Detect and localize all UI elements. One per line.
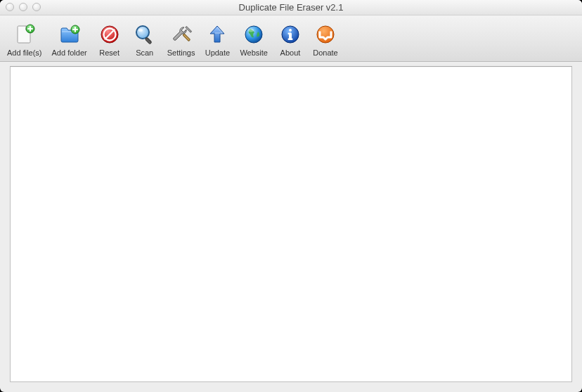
svg-point-8 [138, 29, 143, 32]
svg-rect-9 [145, 37, 152, 44]
about-button[interactable]: About [273, 22, 307, 58]
settings-button[interactable]: Settings [163, 22, 200, 58]
donate-button[interactable]: Donate [309, 22, 342, 58]
window-controls [6, 3, 41, 11]
svg-rect-17 [287, 33, 291, 35]
titlebar: Duplicate File Eraser v2.1 [0, 0, 582, 15]
toolbar: Add file(s) [0, 15, 582, 62]
svg-point-12 [245, 26, 262, 43]
scan-label: Scan [136, 48, 153, 57]
window-title: Duplicate File Eraser v2.1 [239, 2, 344, 13]
add-folder-icon [58, 23, 81, 46]
about-label: About [280, 48, 301, 57]
add-folder-button[interactable]: Add folder [48, 22, 91, 58]
results-list[interactable] [10, 66, 572, 382]
website-label: Website [240, 48, 268, 57]
update-button[interactable]: Update [200, 22, 234, 58]
website-icon [242, 23, 265, 46]
minimize-window-button[interactable] [19, 3, 27, 11]
update-label: Update [205, 48, 230, 57]
svg-point-13 [248, 29, 254, 32]
add-folder-label: Add folder [52, 48, 87, 57]
reset-button[interactable]: Reset [93, 22, 127, 58]
settings-label: Settings [167, 48, 195, 57]
svg-point-15 [289, 29, 292, 32]
about-icon [279, 23, 302, 46]
scan-button[interactable]: Scan [128, 22, 162, 58]
reset-label: Reset [99, 48, 119, 57]
website-button[interactable]: Website [235, 22, 272, 58]
scan-icon [134, 23, 156, 46]
svg-rect-10 [183, 34, 190, 41]
reset-icon [98, 23, 121, 46]
donate-icon [314, 23, 337, 46]
update-icon [206, 23, 228, 46]
add-files-label: Add file(s) [7, 48, 42, 57]
settings-icon [170, 23, 193, 46]
add-files-button[interactable]: Add file(s) [3, 22, 46, 58]
add-files-icon [13, 23, 36, 46]
svg-rect-18 [287, 39, 292, 41]
donate-label: Donate [313, 48, 337, 57]
close-window-button[interactable] [6, 3, 14, 11]
app-window: Duplicate File Eraser v2.1 [0, 0, 582, 392]
zoom-window-button[interactable] [32, 3, 41, 11]
